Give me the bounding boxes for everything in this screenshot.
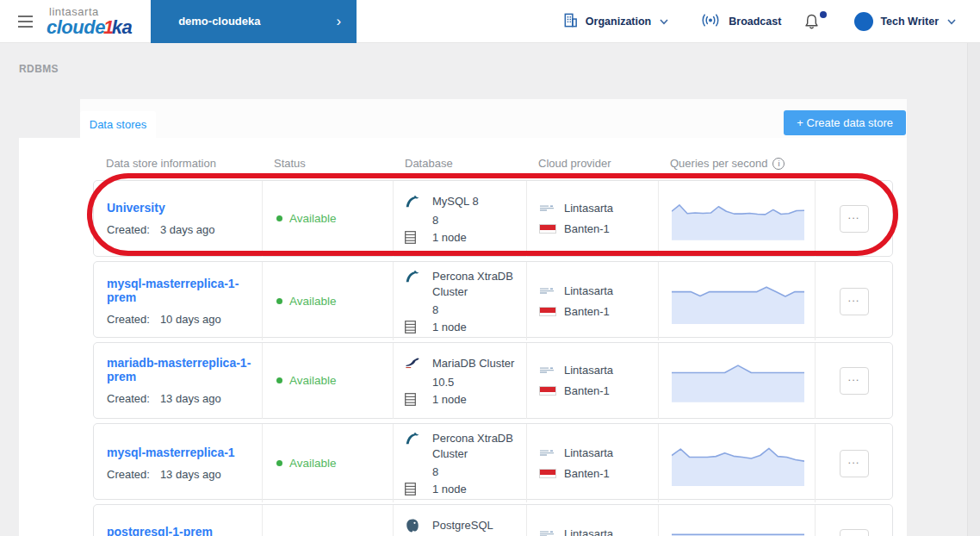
database-engine: PostgreSQL [425, 518, 521, 533]
organization-menu[interactable]: Organization [562, 12, 668, 31]
status-dot [276, 377, 282, 383]
mysql-icon [405, 269, 420, 284]
data-store-name-link[interactable]: postgresql-1-prem [107, 525, 262, 536]
region-flag-icon [539, 307, 556, 316]
project-switcher-button[interactable]: demo-cloudeka › [151, 0, 357, 43]
brand-cloudeka-text: cloude1ka [47, 18, 132, 37]
region-flag-icon [539, 469, 556, 478]
data-store-rows: University Created:3 days ago Available … [93, 180, 893, 536]
col-data-store-information: Data store information [93, 157, 261, 170]
project-name: demo-cloudeka [178, 15, 336, 28]
row-actions-button[interactable]: ... [840, 450, 869, 477]
user-name: Tech Writer [880, 16, 939, 28]
created-line: Created:13 days ago [107, 468, 262, 481]
breadcrumb: RDBMS [19, 63, 59, 75]
provider-name: Lintasarta [564, 446, 613, 459]
created-value: 3 days ago [160, 223, 215, 236]
data-store-name-link[interactable]: mysql-masterreplica-1-prem [107, 277, 262, 304]
row-actions-button[interactable]: ... [840, 367, 869, 395]
create-data-store-button[interactable]: + Create data store [784, 110, 906, 135]
created-value: 13 days ago [160, 468, 221, 481]
row-actions-button[interactable]: ... [840, 288, 869, 315]
created-label: Created: [107, 392, 150, 405]
col-database: Database [392, 157, 525, 170]
tab-data-stores[interactable]: Data stores [80, 111, 156, 138]
brand-logo: lintasarta cloude1ka [47, 6, 132, 37]
database-version: 8 [425, 465, 521, 478]
col-status: Status [261, 157, 392, 170]
node-stack-icon [405, 231, 425, 244]
hamburger-menu-icon[interactable] [10, 7, 40, 36]
node-count: 1 node [425, 321, 521, 333]
table-row: postgresql-1-prem Available PostgreSQL 1… [93, 504, 893, 536]
user-menu[interactable]: Tech Writer [854, 12, 956, 31]
col-cloud-provider: Cloud provider [525, 157, 657, 170]
status-dot [276, 460, 282, 466]
created-line: Created:13 days ago [107, 392, 262, 405]
region-name: Banten-1 [564, 222, 610, 235]
status-dot [276, 298, 282, 304]
lintasarta-logo-icon [539, 527, 556, 536]
chevron-down-icon [660, 15, 668, 28]
app-window: lintasarta cloude1ka demo-cloudeka › Org… [0, 0, 980, 536]
provider-name: Lintasarta [564, 364, 613, 377]
status-badge: Available [289, 374, 337, 387]
notifications-button[interactable] [800, 9, 828, 33]
data-store-name-link[interactable]: mysql-masterreplica-1 [107, 446, 262, 459]
node-stack-icon [405, 483, 425, 495]
qps-sparkline [672, 273, 804, 327]
region-flag-icon [539, 386, 556, 396]
lintasarta-logo-icon [539, 284, 556, 297]
status-badge: Available [289, 295, 337, 308]
region-name: Banten-1 [564, 384, 610, 397]
broadcast-icon [699, 13, 722, 30]
status-dot [276, 215, 282, 221]
qps-sparkline [672, 192, 804, 244]
broadcast-label: Broadcast [729, 16, 781, 28]
database-engine: MySQL 8 [425, 194, 521, 209]
table-row: mysql-masterreplica-1 Created:13 days ag… [93, 423, 893, 500]
lintasarta-logo-icon [539, 446, 556, 459]
row-actions-button[interactable]: ... [840, 529, 869, 536]
node-count: 1 node [425, 393, 521, 406]
row-actions-button[interactable]: ... [840, 205, 869, 233]
created-label: Created: [107, 313, 150, 326]
mysql-icon [405, 431, 420, 446]
table-row: mysql-masterreplica-1-prem Created:10 da… [93, 261, 893, 338]
node-stack-icon [405, 393, 425, 406]
data-store-name-link[interactable]: University [107, 201, 262, 215]
node-count: 1 node [425, 483, 521, 495]
scrollbar[interactable] [967, 43, 980, 536]
database-version: 8 [425, 303, 521, 316]
qps-sparkline [672, 516, 804, 536]
qps-sparkline [672, 354, 804, 406]
database-version: 10.5 [425, 376, 521, 389]
organization-label: Organization [586, 16, 651, 28]
status-badge: Available [289, 212, 337, 225]
chevron-right-icon: › [336, 14, 341, 28]
node-count: 1 node [425, 231, 521, 244]
database-version: 8 [425, 214, 521, 227]
building-icon [562, 12, 579, 31]
created-line: Created:3 days ago [107, 223, 262, 236]
table-row: University Created:3 days ago Available … [93, 180, 893, 257]
top-bar: lintasarta cloude1ka demo-cloudeka › Org… [0, 0, 980, 43]
node-stack-icon [405, 321, 425, 333]
col-queries-per-second: Queries per second i [657, 157, 814, 170]
data-store-name-link[interactable]: mariadb-masterreplica-1-prem [107, 356, 262, 383]
data-stores-panel: Data store information Status Database C… [19, 138, 907, 536]
avatar [854, 12, 873, 31]
created-label: Created: [107, 223, 150, 236]
created-label: Created: [107, 468, 150, 481]
lintasarta-logo-icon [539, 364, 556, 377]
bell-icon [803, 13, 820, 33]
table-row: mariadb-masterreplica-1-prem Created:13 … [93, 342, 893, 419]
provider-name: Lintasarta [564, 202, 613, 215]
created-value: 10 days ago [160, 313, 221, 326]
broadcast-menu[interactable]: Broadcast [699, 13, 781, 30]
info-icon[interactable]: i [772, 158, 785, 170]
region-name: Banten-1 [564, 467, 610, 480]
database-engine: MariaDB Cluster [425, 356, 521, 371]
created-line: Created:10 days ago [107, 313, 262, 326]
status-badge: Available [289, 457, 337, 470]
